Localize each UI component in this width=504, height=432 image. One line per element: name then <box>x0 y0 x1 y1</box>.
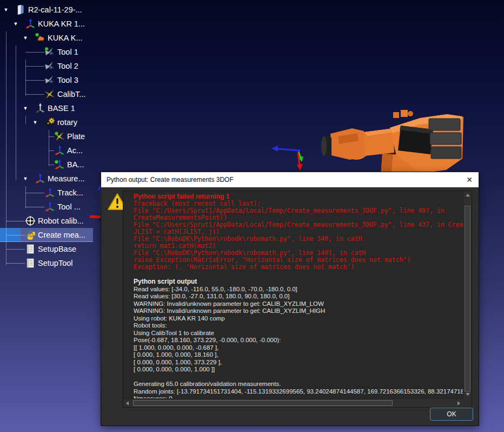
tree-item-tool[interactable]: Tool ... <box>0 200 93 214</box>
console-output-line: Random joints: [-13.791734151731404, -11… <box>134 388 463 396</box>
reference-frame-gizmo[interactable] <box>270 142 308 174</box>
expander-arrow-icon[interactable]: ▼ <box>31 115 39 129</box>
tree-item-label: rotary <box>57 115 77 129</box>
tree-item-r2-cal-11-29[interactable]: ▼R2-cal-11-29-... <box>0 3 93 17</box>
python-output-dialog: Python output: Create measurements 3DOF … <box>101 172 479 426</box>
frame-icon <box>54 145 65 156</box>
robodk-main-window: { "icons": { "expander": "▼", "close": "… <box>0 0 504 432</box>
expander-arrow-icon[interactable]: ▼ <box>22 101 29 115</box>
gizmo-x-arrowhead <box>271 146 278 152</box>
frame-icon <box>44 187 55 198</box>
tree-item-track[interactable]: Track... <box>0 186 93 200</box>
tree-item-label: KUKA K... <box>48 31 82 45</box>
console-output-line: [ 0.000, 0.000, 0.000, 1.000 ]] <box>134 366 463 374</box>
plate-icon <box>54 131 65 142</box>
tree-connector-stub <box>25 66 44 67</box>
tree-item-label: Track... <box>57 186 83 200</box>
tool-green-icon <box>44 47 55 57</box>
console-output-line: [ 0.000, 0.000, 1.000, 373.229 ], <box>134 359 463 366</box>
tree-item-tool-3[interactable]: Tool 3 <box>0 73 93 87</box>
target-icon <box>25 215 36 226</box>
horizontal-scrollbar[interactable] <box>123 398 463 407</box>
console-output-line <box>134 374 463 381</box>
tree-connector-stub <box>25 193 44 193</box>
tree-item-label: BASE 1 <box>48 101 75 115</box>
tree-item-label: Plate <box>67 129 85 143</box>
tree-item-setuptool[interactable]: SetupTool <box>0 256 93 270</box>
tree-connector-stub <box>6 221 25 221</box>
dialog-body: Python script failed returning 1 Traceba… <box>101 187 479 426</box>
tree-item-base-1[interactable]: ▼BASE 1 <box>0 101 93 115</box>
frame-icon <box>35 173 45 184</box>
console-output-line: Read values: [30.0, -27.0, 131.0, 180.0,… <box>134 293 463 300</box>
tree-connector-line <box>25 60 26 96</box>
robot-detail <box>393 112 399 118</box>
tree-connector-stub <box>25 207 44 207</box>
scroll-right-arrow-icon[interactable] <box>457 401 460 405</box>
expander-arrow-icon[interactable]: ▼ <box>2 3 10 17</box>
tree-item-create-mea[interactable]: Create mea... <box>0 228 93 242</box>
tree-item-rotary[interactable]: ▼rotary <box>0 115 93 129</box>
robot-icon <box>35 32 45 43</box>
horizontal-scrollbar-thumb[interactable] <box>133 400 393 406</box>
tree-item-tool-1[interactable]: Tool 1 <box>0 45 93 59</box>
robot-wrist-housing <box>330 128 365 160</box>
tree-connector-line <box>16 45 16 180</box>
dialog-titlebar[interactable]: Python output: Create measurements 3DOF … <box>101 172 479 187</box>
robot-gray-slab <box>429 119 460 130</box>
console-text-view: Python script failed returning 1 Traceba… <box>123 191 463 398</box>
tree-item-ba[interactable]: BA... <box>0 158 93 172</box>
ok-button[interactable]: OK <box>430 408 473 421</box>
tree-connector-stub <box>6 235 25 235</box>
console-output-line: Robot tools: <box>134 322 463 330</box>
expander-arrow-icon[interactable]: ▼ <box>22 31 29 45</box>
tree-item-label: Create mea... <box>38 228 85 242</box>
frame-icon <box>25 18 36 29</box>
expander-arrow-icon[interactable]: ▼ <box>22 172 29 186</box>
tree-item-label: Measure... <box>48 172 85 186</box>
vertical-scrollbar[interactable] <box>463 191 472 398</box>
scroll-up-arrow-icon[interactable] <box>466 194 470 197</box>
tree-item-label: Tool 2 <box>57 59 78 73</box>
scroll-down-arrow-icon[interactable] <box>466 393 470 396</box>
tree-item-measure[interactable]: ▼Measure... <box>0 172 93 186</box>
tree-item-setupbase[interactable]: SetupBase <box>0 242 93 256</box>
script-output: Read values: [-34.0, -116.0, 55.0, -180.… <box>134 286 463 399</box>
close-icon[interactable]: ✕ <box>460 172 479 187</box>
tree-item-tool-2[interactable]: Tool 2 <box>0 59 93 73</box>
tree-connector-line <box>25 186 26 208</box>
station-icon <box>15 4 26 15</box>
tree-item-label: Ac... <box>67 143 83 158</box>
robot-detail <box>408 111 413 116</box>
frame-icon <box>44 201 55 212</box>
section-gap <box>134 271 463 278</box>
station-tree[interactable]: ▼R2-cal-11-29-...▼KUKA KR 1...▼KUKA K...… <box>0 0 95 282</box>
tree-item-robot-calib[interactable]: Robot calib... <box>0 214 93 228</box>
vertical-scrollbar-thumb[interactable] <box>465 206 470 392</box>
tree-item-label: SetupTool <box>38 256 73 270</box>
tree-connector-stub <box>25 52 44 53</box>
tree-item-kuka-k[interactable]: ▼KUKA K... <box>0 31 93 45</box>
tree-item-plate[interactable]: Plate <box>0 129 93 143</box>
tree-connector-stub <box>25 94 44 95</box>
document-icon <box>25 258 36 269</box>
tree-item-calibt[interactable]: CalibT... <box>0 87 93 101</box>
tree-item-label: SetupBase <box>38 242 76 256</box>
tree-item-ac[interactable]: Ac... <box>0 143 93 158</box>
console-output-line: WARNING: Invalid/unknown parameter to ge… <box>134 300 463 308</box>
expander-arrow-icon[interactable]: ▼ <box>12 17 19 31</box>
tree-item-kuka-kr-1[interactable]: ▼KUKA KR 1... <box>0 17 93 31</box>
scrollbar-corner <box>463 398 472 407</box>
tree-item-label: Robot calib... <box>38 214 84 228</box>
tree-item-label: Tool ... <box>57 200 81 214</box>
tree-connector-stub <box>49 150 54 151</box>
tree-item-label: Tool 1 <box>57 45 78 59</box>
tree-item-label: R2-cal-11-29-... <box>28 3 82 17</box>
tree-connector-stub <box>49 165 54 165</box>
tool-icon <box>44 61 55 71</box>
tool-icon <box>44 75 55 86</box>
output-header: Python script output <box>134 278 463 286</box>
console-output-area[interactable]: Python script failed returning 1 Traceba… <box>123 191 472 408</box>
console-output-line: Using robot: KUKA KR 140 comp <box>134 315 463 323</box>
scroll-left-arrow-icon[interactable] <box>126 401 129 405</box>
